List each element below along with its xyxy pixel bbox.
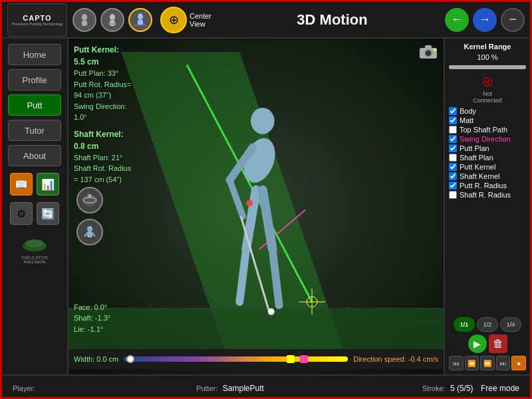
nav-home[interactable]: Home [8, 44, 61, 65]
mode-1-1-btn[interactable]: 1/1 [454, 317, 475, 332]
face-val: Face: 0.0° [74, 302, 110, 313]
shaft-kernel-label: Shaft Kernel: [74, 128, 132, 140]
delete-btn[interactable]: 🗑 [489, 334, 507, 353]
width-slider[interactable] [124, 356, 348, 362]
svg-line-28 [273, 249, 279, 305]
kernel-pct: 100 % [449, 53, 526, 61]
view-area[interactable]: Putt Kernel: 5.5 cm Putt Plan: 33° Putt … [68, 39, 444, 374]
share-icon[interactable]: 🔄 [37, 202, 59, 225]
checkbox-top-shaft-path[interactable] [449, 126, 457, 134]
checkbox-label-2: Top Shaft Path [460, 126, 507, 134]
seek-end-btn[interactable]: ⏭ [496, 356, 511, 370]
lie-val: Lie: -1.1° [74, 324, 110, 335]
checkbox-shaft-kernel[interactable] [449, 172, 457, 180]
nav-arrows: ← → − [445, 8, 525, 32]
svg-marker-11 [121, 52, 344, 354]
svg-point-21 [251, 108, 275, 134]
view-front-btn[interactable] [72, 8, 96, 32]
checkbox-row-3: Swing Direction [449, 134, 526, 144]
putt-kernel-label: Putt Kernel: [74, 44, 132, 56]
kernel-slider[interactable] [449, 65, 526, 69]
top-bar: CAPTO Precision Putting Technology [2, 2, 530, 39]
nav-profile[interactable]: Profile [8, 69, 61, 90]
logo-sub: Precision Putting Technology [12, 22, 63, 26]
checkbox-putt-plan[interactable] [449, 144, 457, 152]
svg-point-22 [238, 134, 281, 187]
checkbox-label-8: Putt R. Radius [460, 182, 507, 190]
view-rotate-icon[interactable] [76, 187, 103, 213]
checkbox-putt-r.-radius[interactable] [449, 182, 457, 190]
svg-line-13 [259, 209, 305, 249]
checkbox-label-1: Matt [460, 116, 473, 124]
view-icons [72, 8, 152, 32]
view-person-icon[interactable] [76, 219, 103, 245]
logo-text: CAPTO [23, 14, 51, 22]
player-field: Player: [13, 384, 38, 393]
checkbox-shaft-plan[interactable] [449, 154, 457, 162]
checkboxes-container: BodyMattTop Shaft PathSwing DirectionPut… [449, 106, 526, 200]
stroke-field: Stroke: 5 (5/5) Free mode [422, 384, 519, 393]
kernel-range-label: Kernel Range [449, 43, 526, 51]
checkbox-label-9: Shaft R. Radius [460, 191, 511, 199]
putt-rot-radius2: 94 cm (37") [74, 90, 132, 101]
view-3d-btn[interactable] [128, 8, 152, 32]
view-side-btn[interactable] [100, 8, 124, 32]
width-bar: Width: 0.0 cm Direction speed: -0.4 cm/s [68, 349, 444, 369]
chart-icon[interactable]: 📊 [37, 173, 59, 196]
svg-line-44 [84, 233, 87, 237]
camera-icon[interactable] [418, 44, 438, 63]
checkbox-swing-direction[interactable] [449, 135, 457, 143]
seek-fwd-btn[interactable]: ⏩ [480, 356, 495, 370]
seek-back-btn[interactable]: ⏪ [465, 356, 479, 370]
nav-tutor[interactable]: Tutor [8, 120, 61, 141]
checkbox-putt-kernel[interactable] [449, 163, 457, 171]
seek-orange-btn[interactable]: ● [511, 356, 526, 370]
svg-line-26 [239, 249, 246, 302]
play-btn[interactable]: ▶ [468, 334, 487, 353]
checkbox-body[interactable] [449, 107, 457, 115]
checkbox-label-6: Putt Kernel [460, 163, 495, 171]
svg-point-9 [25, 239, 44, 247]
swing-direction-val: 1.0° [74, 112, 132, 123]
checkbox-label-4: Putt Plan [460, 144, 489, 152]
nav-putt[interactable]: Putt [8, 94, 61, 116]
checkbox-shaft-r.-radius[interactable] [449, 191, 457, 199]
slider-pink-marker [300, 355, 308, 363]
not-connected-label: NotConnected [449, 90, 526, 104]
checkbox-label-7: Shaft Kernel [460, 172, 500, 180]
shaft-rot2: = 137 cm (54") [74, 174, 132, 186]
seek-start-btn[interactable]: ⏮ [449, 356, 464, 370]
shaft-val: Shaft: -1.3° [74, 313, 110, 324]
checkbox-row-4: Putt Plan [449, 144, 526, 153]
nav-back-btn[interactable]: ← [445, 8, 469, 32]
svg-line-45 [92, 233, 95, 237]
center-view-label: CenterView [190, 12, 211, 28]
shaft-section: Shaft Kernel: 0.8 cm Shaft Plan: 21° Sha… [74, 128, 132, 186]
bottom-telemetry: Face: 0.0° Shaft: -1.3° Lie: -1.1° [74, 302, 110, 335]
svg-point-30 [268, 309, 275, 315]
side-icons-row1: 📖 📊 [10, 173, 59, 196]
status-bar: Player: Putter: SamplePutt Stroke: 5 (5/… [2, 374, 530, 399]
book-icon[interactable]: 📖 [10, 173, 33, 196]
putter-field: Putter: SamplePutt [196, 384, 264, 393]
nav-forward-btn[interactable]: → [473, 8, 497, 32]
svg-point-41 [88, 194, 92, 198]
nav-minus-btn[interactable]: − [501, 8, 525, 32]
seek-btns: ⏮ ⏪ ⏩ ⏭ ● [449, 356, 526, 370]
mode-1-4-btn[interactable]: 1/4 [500, 317, 521, 332]
checkbox-matt[interactable] [449, 116, 457, 124]
nav-about[interactable]: About [8, 145, 61, 166]
mode-value: Free mode [481, 384, 519, 393]
svg-line-23 [229, 147, 253, 180]
putt-kernel-value: 5.5 cm [74, 56, 132, 68]
wifi-off-icon: ⊗ [449, 73, 526, 90]
center-view-btn[interactable]: ⊕ [160, 7, 187, 33]
telemetry-overlay: Putt Kernel: 5.5 cm Putt Plan: 33° Putt … [74, 44, 132, 185]
simulator-label: SIMULATOR [18, 255, 51, 260]
mode-1-2-btn[interactable]: 1/2 [477, 317, 498, 332]
player-label: Player: [13, 384, 35, 392]
not-connected: ⊗ NotConnected [449, 73, 526, 104]
settings-icon[interactable]: ⚙ [10, 202, 33, 225]
left-sidebar: Home Profile Putt Tutor About 📖 📊 ⚙ 🔄 SI… [2, 39, 68, 374]
svg-line-12 [187, 65, 312, 302]
